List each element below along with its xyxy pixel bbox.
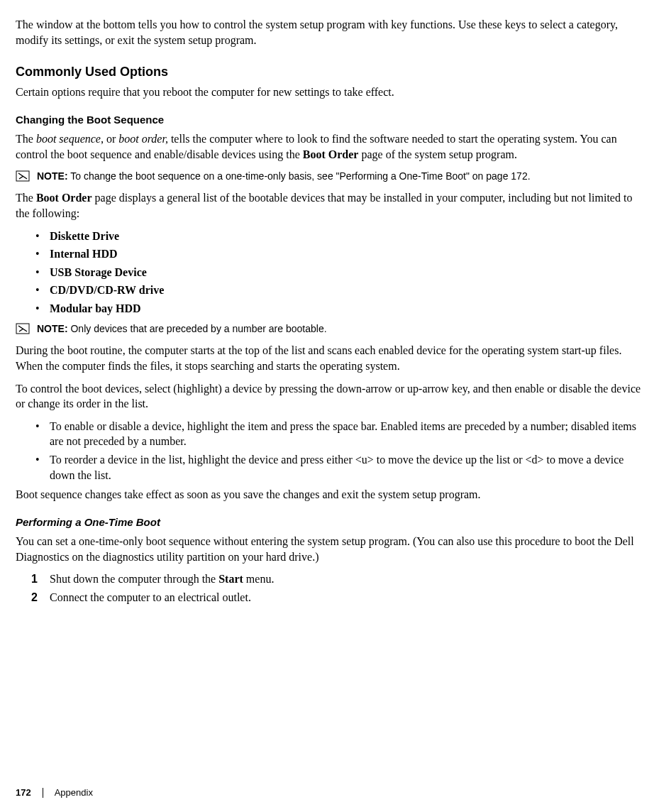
heading-one-time-boot: Performing a One-Time Boot xyxy=(16,515,641,530)
heading-boot-sequence: Changing the Boot Sequence xyxy=(16,113,641,127)
device-list: Diskette Drive Internal HDD USB Storage … xyxy=(16,229,641,317)
boot-sequence-p1: The boot sequence, or boot order, tells … xyxy=(16,131,641,162)
list-item: USB Storage Device xyxy=(16,265,641,280)
list-item: Diskette Drive xyxy=(16,229,641,244)
note-one-time-ref: NOTE: To change the boot sequence on a o… xyxy=(16,170,641,185)
list-item: Modular bay HDD xyxy=(16,301,641,317)
list-item: To reorder a device in the list, highlig… xyxy=(16,452,641,483)
list-item: Shut down the computer through the Start… xyxy=(16,571,641,587)
list-item: CD/DVD/CD-RW drive xyxy=(16,282,641,298)
one-time-p1: You can set a one-time-only boot sequenc… xyxy=(16,534,641,564)
heading-commonly-used: Commonly Used Options xyxy=(16,63,641,80)
boot-routine-p: During the boot routine, the computer st… xyxy=(16,343,641,373)
control-list: To enable or disable a device, highlight… xyxy=(16,419,641,483)
intro-paragraph: The window at the bottom tells you how t… xyxy=(16,17,641,48)
list-item: To enable or disable a device, highlight… xyxy=(16,419,641,449)
list-item: Internal HDD xyxy=(16,246,641,262)
boot-order-p2: The Boot Order page displays a general l… xyxy=(16,190,641,221)
note-bootable-numbered: NOTE: Only devices that are preceded by … xyxy=(16,322,641,338)
control-boot-p: To control the boot devices, select (hig… xyxy=(16,381,641,412)
list-item: Connect the computer to an electrical ou… xyxy=(16,590,641,605)
one-time-steps: Shut down the computer through the Start… xyxy=(16,571,641,605)
commonly-used-p1: Certain options require that you reboot … xyxy=(16,84,641,100)
note-icon xyxy=(16,170,30,185)
note-icon xyxy=(16,323,30,338)
boot-seq-effect-p: Boot sequence changes take effect as soo… xyxy=(16,487,641,503)
